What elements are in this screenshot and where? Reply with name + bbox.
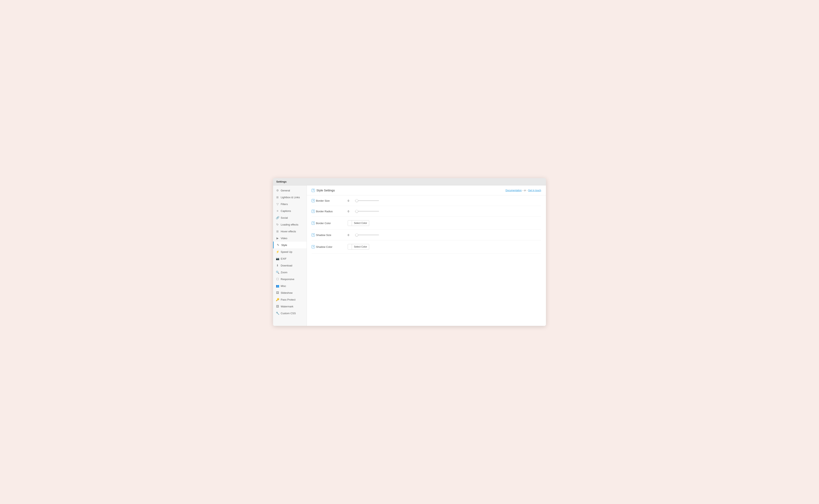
row-label-shadow-color: ? Shadow Color xyxy=(312,245,344,248)
download-icon: ⬇ xyxy=(276,264,279,267)
sidebar-item-captions[interactable]: ≡ Captions xyxy=(273,207,307,214)
slider-track-shadow-size[interactable] xyxy=(355,235,379,235)
settings-row-border-color: ? Border Color Select Color xyxy=(312,217,541,230)
slideshow-icon: 🖼 xyxy=(276,291,279,294)
style-icon: ✎ xyxy=(276,243,280,247)
custom-css-icon: 🔧 xyxy=(276,312,279,315)
header-links: Documentation - or - Get in touch xyxy=(506,189,541,192)
links-separator: - or - xyxy=(522,189,528,192)
color-btn-label-shadow-color: Select Color xyxy=(352,245,369,249)
responsive-icon: ☐ xyxy=(276,277,279,281)
captions-icon: ≡ xyxy=(276,209,279,212)
color-swatch-border-color xyxy=(348,221,352,226)
sidebar-item-watermark[interactable]: 🖼 Watermark xyxy=(273,303,307,310)
sidebar-label-loading-effects: Loading effects xyxy=(281,223,298,226)
slider-thumb-shadow-size[interactable] xyxy=(355,234,358,236)
sidebar-label-style: Style xyxy=(281,244,287,247)
main-header-title: Style Settings xyxy=(316,189,335,192)
sidebar-item-filters[interactable]: ▽ Filters xyxy=(273,201,307,207)
sidebar-label-hover-effects: Hover effects xyxy=(281,230,296,233)
sidebar-label-video: Video xyxy=(281,237,287,240)
sidebar-item-zoom[interactable]: 🔍 Zoom xyxy=(273,269,307,276)
lightbox-icon: ⊞ xyxy=(276,196,279,199)
sidebar-label-filters: Filters xyxy=(281,203,288,206)
sidebar-item-misc[interactable]: 👥 Misc xyxy=(273,282,307,289)
window-titlebar: Settings xyxy=(273,178,546,185)
window-title: Settings xyxy=(276,180,287,183)
row-label-border-radius: ? Border Radius xyxy=(312,210,344,213)
row-label-border-color: ? Border Color xyxy=(312,222,344,225)
documentation-link[interactable]: Documentation xyxy=(506,189,522,192)
sidebar-label-responsive: Responsive xyxy=(281,278,294,281)
get-in-touch-link[interactable]: Get in touch xyxy=(528,189,541,192)
watermark-icon: 🖼 xyxy=(276,305,279,308)
sidebar-label-exif: EXIF xyxy=(281,257,287,260)
sidebar-item-pass-protect[interactable]: 🔑 Pass Protect xyxy=(273,296,307,303)
sidebar-item-lightbox[interactable]: ⊞ Lightbox & Links xyxy=(273,194,307,201)
sidebar-label-custom-css: Custom CSS xyxy=(281,312,296,315)
sidebar-item-video[interactable]: ▶ Video xyxy=(273,235,307,242)
misc-icon: 👥 xyxy=(276,284,279,288)
row-value-border-color: Select Color xyxy=(348,220,541,226)
color-btn-shadow-color[interactable]: Select Color xyxy=(348,244,369,250)
help-icon-shadow-color[interactable]: ? xyxy=(312,245,315,248)
help-icon-border-radius[interactable]: ? xyxy=(312,210,315,213)
sidebar-item-custom-css[interactable]: 🔧 Custom CSS xyxy=(273,310,307,317)
settings-row-border-radius: ? Border Radius 0 xyxy=(312,206,541,217)
sidebar-label-slideshow: Slideshow xyxy=(281,291,293,294)
sidebar-item-speed-up[interactable]: ⚡ Speed Up xyxy=(273,248,307,255)
sidebar-item-slideshow[interactable]: 🖼 Slideshow xyxy=(273,289,307,296)
color-btn-border-color[interactable]: Select Color xyxy=(348,220,369,226)
row-label-text-border-size: Border Size xyxy=(316,199,330,202)
row-label-text-shadow-size: Shadow Size xyxy=(316,234,331,237)
help-icon-border-color[interactable]: ? xyxy=(312,222,315,225)
sidebar-label-social: Social xyxy=(281,216,288,219)
hover-effects-icon: ⊞ xyxy=(276,230,279,233)
slider-thumb-border-radius[interactable] xyxy=(355,210,358,213)
slider-value-border-size: 0 xyxy=(348,199,352,202)
sidebar-label-captions: Captions xyxy=(281,209,291,212)
filters-icon: ▽ xyxy=(276,202,279,206)
row-label-shadow-size: ? Shadow Size xyxy=(312,233,344,237)
row-label-text-shadow-color: Shadow Color xyxy=(316,245,332,248)
sidebar-label-pass-protect: Pass Protect xyxy=(281,298,296,301)
zoom-icon: 🔍 xyxy=(276,271,279,274)
sidebar-label-speed-up: Speed Up xyxy=(281,250,292,253)
slider-track-border-radius[interactable] xyxy=(355,211,379,212)
sidebar-item-style[interactable]: ✎ Style xyxy=(273,242,307,248)
main-header: ? Style Settings Documentation - or - Ge… xyxy=(307,185,546,195)
sidebar-item-download[interactable]: ⬇ Download xyxy=(273,262,307,269)
slider-track-border-size[interactable] xyxy=(355,200,379,201)
help-icon-shadow-size[interactable]: ? xyxy=(312,233,315,237)
help-icon-border-size[interactable]: ? xyxy=(312,199,315,202)
row-value-border-radius: 0 xyxy=(348,210,541,213)
sidebar-item-hover-effects[interactable]: ⊞ Hover effects xyxy=(273,228,307,235)
sidebar-label-download: Download xyxy=(281,264,292,267)
color-swatch-shadow-color xyxy=(348,244,352,249)
sidebar-item-responsive[interactable]: ☐ Responsive xyxy=(273,276,307,282)
exif-icon: 📷 xyxy=(276,257,279,260)
sidebar-item-loading-effects[interactable]: ↻ Loading effects xyxy=(273,221,307,228)
row-value-border-size: 0 xyxy=(348,199,541,202)
slider-value-shadow-size: 0 xyxy=(348,234,352,237)
slider-thumb-border-size[interactable] xyxy=(355,199,358,202)
style-settings-help-icon[interactable]: ? xyxy=(312,189,315,192)
sidebar-item-social[interactable]: 🔗 Social xyxy=(273,214,307,221)
sidebar-label-zoom: Zoom xyxy=(281,271,287,274)
settings-row-border-size: ? Border Size 0 xyxy=(312,195,541,206)
sidebar-label-watermark: Watermark xyxy=(281,305,293,308)
general-icon: ⚙ xyxy=(276,189,279,192)
sidebar-item-exif[interactable]: 📷 EXIF xyxy=(273,255,307,262)
settings-row-shadow-size: ? Shadow Size 0 xyxy=(312,230,541,240)
settings-body: ? Border Size 0 ? Border Radius 0 xyxy=(307,195,546,253)
main-content: ? Style Settings Documentation - or - Ge… xyxy=(307,185,546,326)
sidebar-label-misc: Misc xyxy=(281,285,286,288)
sidebar-item-general[interactable]: ⚙ General xyxy=(273,187,307,194)
row-value-shadow-size: 0 xyxy=(348,234,541,237)
row-label-border-size: ? Border Size xyxy=(312,199,344,202)
row-label-text-border-color: Border Color xyxy=(316,222,331,225)
main-header-left: ? Style Settings xyxy=(312,189,335,192)
video-icon: ▶ xyxy=(276,237,279,240)
social-icon: 🔗 xyxy=(276,216,279,219)
speed-up-icon: ⚡ xyxy=(276,250,279,253)
